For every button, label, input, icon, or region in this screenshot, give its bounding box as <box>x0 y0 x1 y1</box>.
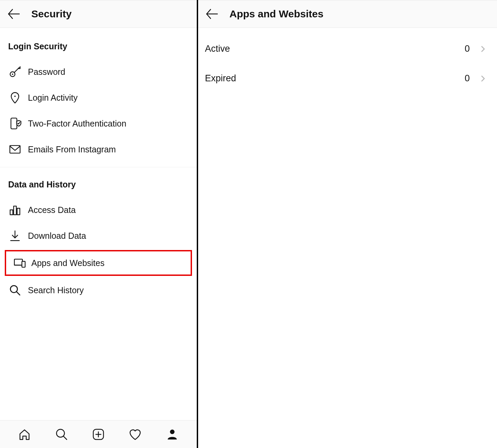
menu-item-label: Emails From Instagram <box>28 145 116 154</box>
section-heading-data-history: Data and History <box>0 172 197 197</box>
plus-square-icon <box>92 428 105 441</box>
menu-item-login-activity[interactable]: Login Activity <box>0 85 197 111</box>
chevron-right-icon <box>479 75 487 82</box>
svg-point-22 <box>170 429 174 434</box>
row-count: 0 <box>465 73 470 84</box>
menu-item-label: Password <box>28 67 65 77</box>
bar-chart-icon <box>8 203 22 217</box>
page-title: Apps and Websites <box>229 8 323 20</box>
apps-websites-content: Active 0 Expired 0 <box>198 28 497 448</box>
apps-websites-header: Apps and Websites <box>198 0 497 28</box>
section-heading-login-security: Login Security <box>0 34 197 59</box>
svg-point-17 <box>57 429 64 437</box>
nav-home[interactable] <box>17 427 32 442</box>
svg-rect-8 <box>14 206 16 215</box>
menu-item-label: Two-Factor Authentication <box>28 119 126 129</box>
page-title: Security <box>31 8 71 20</box>
svg-rect-6 <box>10 146 20 153</box>
row-expired[interactable]: Expired 0 <box>198 64 497 93</box>
svg-rect-9 <box>17 208 20 215</box>
row-count: 0 <box>465 44 470 54</box>
nav-search[interactable] <box>54 427 69 442</box>
svg-line-16 <box>17 292 20 295</box>
profile-icon <box>165 428 179 441</box>
search-icon <box>55 428 68 441</box>
divider <box>0 167 197 167</box>
phone-shield-icon <box>8 117 22 130</box>
arrow-left-icon <box>7 7 20 21</box>
devices-icon <box>13 256 27 270</box>
menu-item-label: Search History <box>28 285 84 295</box>
key-icon <box>8 65 22 79</box>
menu-item-access-data[interactable]: Access Data <box>0 197 197 223</box>
apps-websites-screen: Apps and Websites Active 0 Expired 0 <box>198 0 497 448</box>
arrow-left-icon <box>205 7 219 21</box>
menu-item-label: Apps and Websites <box>31 258 105 268</box>
menu-item-label: Login Activity <box>28 93 78 103</box>
menu-item-label: Download Data <box>28 231 86 241</box>
chevron-right-icon <box>479 45 487 53</box>
row-label: Expired <box>205 73 236 84</box>
mail-icon <box>8 143 22 156</box>
menu-item-download-data[interactable]: Download Data <box>0 223 197 249</box>
back-button[interactable] <box>6 6 21 21</box>
svg-rect-5 <box>11 118 17 129</box>
menu-item-password[interactable]: Password <box>0 59 197 85</box>
menu-item-search-history[interactable]: Search History <box>0 277 197 303</box>
nav-activity[interactable] <box>128 427 143 442</box>
security-content: Login Security Password <box>0 28 197 420</box>
menu-item-apps-websites[interactable]: Apps and Websites <box>5 250 192 276</box>
svg-rect-7 <box>10 210 13 215</box>
home-icon <box>18 428 31 441</box>
svg-point-2 <box>12 73 13 75</box>
svg-rect-14 <box>22 261 25 267</box>
nav-profile[interactable] <box>165 427 180 442</box>
menu-item-two-factor[interactable]: Two-Factor Authentication <box>0 111 197 136</box>
back-button[interactable] <box>204 6 219 21</box>
bottom-nav <box>0 420 197 448</box>
security-screen: Security Login Security Password <box>0 0 198 448</box>
row-label: Active <box>205 44 230 54</box>
svg-point-4 <box>14 96 16 97</box>
heart-icon <box>128 428 142 441</box>
row-active[interactable]: Active 0 <box>198 34 497 64</box>
download-icon <box>8 229 22 243</box>
menu-item-label: Access Data <box>28 205 76 215</box>
menu-item-emails[interactable]: Emails From Instagram <box>0 136 197 162</box>
svg-rect-12 <box>14 259 22 265</box>
nav-create[interactable] <box>91 427 106 442</box>
svg-line-18 <box>63 436 66 439</box>
search-icon <box>8 283 22 297</box>
location-pin-icon <box>8 91 22 104</box>
security-header: Security <box>0 0 197 28</box>
